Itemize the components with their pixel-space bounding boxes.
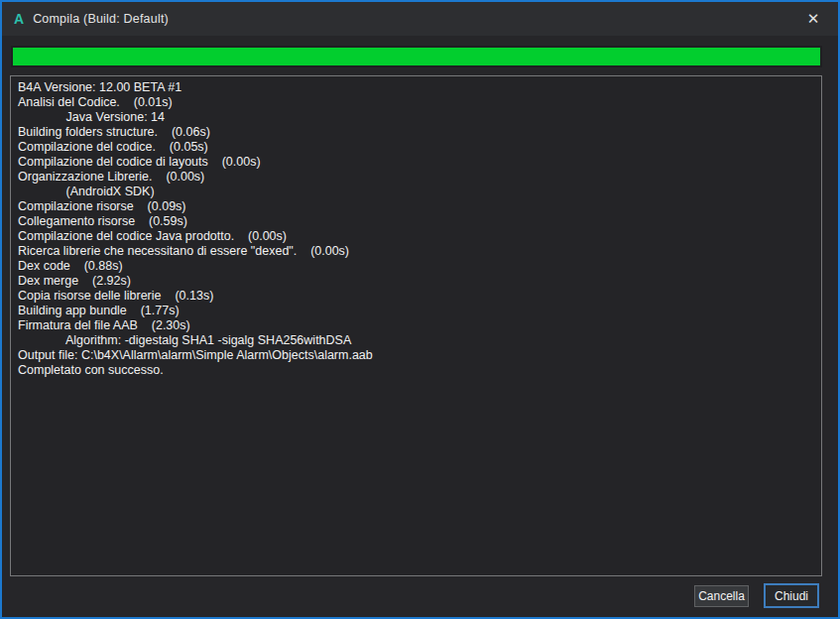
log-line: Collegamento risorse (0.59s) — [18, 214, 817, 229]
log-line: Compilazione del codice. (0.05s) — [18, 140, 817, 155]
log-line: Compilazione del codice Java prodotto. (… — [18, 229, 817, 244]
log-line: Dex code (0.88s) — [18, 259, 817, 274]
close-icon: ✕ — [807, 10, 820, 28]
log-line: Firmatura del file AAB (2.30s) — [18, 318, 817, 333]
b4a-logo: A — [14, 11, 24, 27]
compile-progress-bar — [11, 46, 822, 67]
cancel-button[interactable]: Cancella — [694, 585, 749, 607]
title-bar: A Compila (Build: Default) ✕ — [2, 2, 838, 36]
log-line: Analisi del Codice. (0.01s) — [18, 95, 817, 110]
log-line: Copia risorse delle librerie (0.13s) — [18, 289, 817, 304]
log-line: Ricerca librerie che necessitano di esse… — [18, 244, 817, 259]
close-window-button[interactable]: ✕ — [794, 3, 832, 34]
window-title: Compila (Build: Default) — [33, 12, 169, 26]
log-line: Compilazione risorse (0.09s) — [18, 199, 817, 214]
log-line: Java Versione: 14 — [18, 110, 817, 125]
cancel-button-label: Cancella — [698, 589, 745, 603]
log-output[interactable]: B4A Versione: 12.00 BETA #1Analisi del C… — [10, 75, 822, 576]
close-button-label: Chiudi — [775, 589, 808, 603]
log-line: Output file: C:\b4X\Allarm\alarm\Simple … — [18, 348, 817, 363]
close-button[interactable]: Chiudi — [764, 583, 819, 608]
progress-fill — [13, 48, 820, 65]
log-line: (AndroidX SDK) — [18, 185, 817, 199]
log-line: Compilazione del codice di layouts (0.00… — [18, 155, 817, 170]
log-line: Organizzazione Librerie. (0.00s) — [18, 170, 817, 185]
log-line: Building app bundle (1.77s) — [18, 304, 817, 318]
compile-dialog-window: A Compila (Build: Default) ✕ B4A Version… — [0, 0, 840, 619]
log-line: Dex merge (2.92s) — [18, 274, 817, 289]
log-line: Building folders structure. (0.06s) — [18, 125, 817, 140]
log-line: Completato con successo. — [18, 363, 817, 378]
log-line: B4A Versione: 12.00 BETA #1 — [18, 80, 817, 95]
log-line: Algorithm: -digestalg SHA1 -sigalg SHA25… — [18, 333, 817, 348]
